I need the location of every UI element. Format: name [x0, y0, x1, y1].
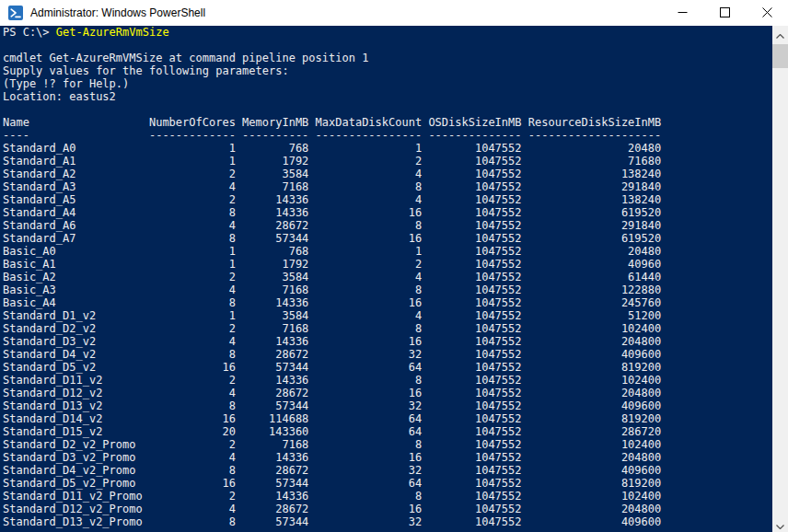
table-row-text: Standard_D14_v2 16 114688 64 1047552 819…	[3, 412, 661, 425]
table-row-text: Standard_D12_v2_Promo 4 28672 16 1047552…	[3, 503, 661, 515]
prompt-text: PS C:\>	[3, 26, 56, 39]
table-row: Standard_D3_v2 4 14336 16 1047552 204800	[3, 335, 772, 348]
message-text: cmdlet Get-AzureRmVMSize at command pipe…	[3, 52, 368, 64]
table-row: Standard_D3_v2_Promo 4 14336 16 1047552 …	[3, 451, 772, 464]
caption-buttons	[661, 0, 788, 26]
console-line	[3, 39, 772, 52]
table-row-text: Standard_A3 4 7168 8 1047552 291840	[3, 180, 661, 193]
table-row: Standard_D4_v2_Promo 8 28672 32 1047552 …	[3, 464, 772, 477]
table-row-text: Basic_A1 1 1792 2 1047552 40960	[3, 258, 661, 271]
title-bar[interactable]: Administrator: Windows PowerShell	[0, 0, 788, 26]
table-row: Standard_D2_v2 2 7168 8 1047552 102400	[3, 322, 772, 335]
table-row-text: Standard_A6 4 28672 8 1047552 291840	[3, 219, 661, 232]
table-row: Standard_D15_v2 20 143360 64 1047552 286…	[3, 425, 772, 438]
table-row: Standard_A0 1 768 1 1047552 20480	[3, 142, 772, 155]
table-row-text: Basic_A2 2 3584 4 1047552 61440	[3, 271, 661, 283]
table-row-text: Standard_D11_v2_Promo 2 14336 8 1047552 …	[3, 490, 661, 503]
table-row: Standard_D13_v2 8 57344 32 1047552 40960…	[3, 399, 772, 412]
table-row: Basic_A1 1 1792 2 1047552 40960	[3, 258, 772, 271]
table-row-text: Standard_D3_v2_Promo 4 14336 16 1047552 …	[3, 451, 661, 464]
table-row: Basic_A4 8 14336 16 1047552 245760	[3, 296, 772, 309]
table-row: Standard_A5 2 14336 4 1047552 138240	[3, 193, 772, 206]
powershell-icon	[8, 6, 23, 20]
table-header-text: Name NumberOfCores MemoryInMB MaxDataDis…	[3, 116, 661, 129]
maximize-icon	[720, 5, 730, 21]
table-row: Standard_A1 1 1792 2 1047552 71680	[3, 155, 772, 168]
table-row: Standard_D5_v2_Promo 16 57344 64 1047552…	[3, 477, 772, 490]
table-separator: ---- ------------- ---------- ----------…	[3, 129, 772, 142]
table-row-text: Standard_D13_v2_Promo 8 57344 32 1047552…	[3, 515, 661, 528]
table-row-text: Standard_D13_v2 8 57344 32 1047552 40960…	[3, 399, 661, 412]
console-lines: PS C:\> Get-AzureRmVmSize cmdlet Get-Azu…	[3, 26, 772, 528]
console-output[interactable]: PS C:\> Get-AzureRmVmSize cmdlet Get-Azu…	[0, 26, 772, 532]
table-row-text: Standard_D1_v2 1 3584 4 1047552 51200	[3, 309, 661, 322]
message-text: Location: eastus2	[3, 90, 116, 103]
chevron-down-icon	[776, 516, 784, 532]
table-row-text: Standard_D2_v2 2 7168 8 1047552 102400	[3, 322, 661, 335]
console-message: Supply values for the following paramete…	[3, 64, 772, 77]
table-row-text: Basic_A0 1 768 1 1047552 20480	[3, 245, 661, 258]
table-row: Standard_D2_v2_Promo 2 7168 8 1047552 10…	[3, 438, 772, 451]
table-row-text: Standard_A7 8 57344 16 1047552 619520	[3, 232, 661, 245]
maximize-button[interactable]	[703, 0, 746, 26]
table-row: Basic_A2 2 3584 4 1047552 61440	[3, 271, 772, 283]
table-row-text: Standard_D3_v2 4 14336 16 1047552 204800	[3, 335, 661, 348]
table-row-text: Standard_D15_v2 20 143360 64 1047552 286…	[3, 425, 661, 438]
table-header: Name NumberOfCores MemoryInMB MaxDataDis…	[3, 116, 772, 129]
table-row-text: Standard_D4_v2 8 28672 32 1047552 409600	[3, 348, 661, 361]
table-row: Standard_A2 2 3584 4 1047552 138240	[3, 168, 772, 180]
table-row: Standard_D11_v2_Promo 2 14336 8 1047552 …	[3, 490, 772, 503]
table-row-text: Basic_A3 4 7168 8 1047552 122880	[3, 283, 661, 296]
minimize-button[interactable]	[661, 0, 703, 26]
table-row: Basic_A3 4 7168 8 1047552 122880	[3, 283, 772, 296]
console-message: cmdlet Get-AzureRmVMSize at command pipe…	[3, 52, 772, 64]
chevron-up-icon	[776, 26, 784, 42]
scroll-up-button[interactable]	[772, 26, 788, 41]
table-row: Standard_A3 4 7168 8 1047552 291840	[3, 180, 772, 193]
command-text: Get-AzureRmVmSize	[56, 26, 169, 39]
console-message: (Type !? for Help.)	[3, 77, 772, 90]
close-button[interactable]	[746, 0, 788, 26]
table-row: Standard_D14_v2 16 114688 64 1047552 819…	[3, 412, 772, 425]
table-row-text: Standard_D12_v2 4 28672 16 1047552 20480…	[3, 387, 661, 399]
table-row: Basic_A0 1 768 1 1047552 20480	[3, 245, 772, 258]
table-separator-text: ---- ------------- ---------- ----------…	[3, 129, 661, 142]
close-icon	[762, 5, 772, 21]
table-row: Standard_D4_v2 8 28672 32 1047552 409600	[3, 348, 772, 361]
powershell-window: Administrator: Windows PowerShell	[0, 0, 788, 532]
table-row: Standard_D11_v2 2 14336 8 1047552 102400	[3, 374, 772, 387]
table-row: Standard_D12_v2_Promo 4 28672 16 1047552…	[3, 503, 772, 515]
table-row: Standard_D13_v2_Promo 8 57344 32 1047552…	[3, 515, 772, 528]
message-text: (Type !? for Help.)	[3, 77, 129, 90]
table-row: Standard_A6 4 28672 8 1047552 291840	[3, 219, 772, 232]
table-row-text: Standard_A4 8 14336 16 1047552 619520	[3, 206, 661, 219]
table-row: Standard_A7 8 57344 16 1047552 619520	[3, 232, 772, 245]
table-row-text: Standard_D5_v2 16 57344 64 1047552 81920…	[3, 361, 661, 374]
table-row-text: Basic_A4 8 14336 16 1047552 245760	[3, 296, 661, 309]
minimize-icon	[678, 5, 688, 21]
table-row-text: Standard_A1 1 1792 2 1047552 71680	[3, 155, 661, 168]
command-line: PS C:\> Get-AzureRmVmSize	[3, 26, 772, 39]
table-row-text: Standard_D5_v2_Promo 16 57344 64 1047552…	[3, 477, 661, 490]
console-line	[3, 103, 772, 116]
window-title: Administrator: Windows PowerShell	[30, 6, 205, 19]
table-row: Standard_D5_v2 16 57344 64 1047552 81920…	[3, 361, 772, 374]
scrollbar-thumb[interactable]	[772, 44, 788, 68]
table-row: Standard_A4 8 14336 16 1047552 619520	[3, 206, 772, 219]
table-row: Standard_D12_v2 4 28672 16 1047552 20480…	[3, 387, 772, 399]
table-row-text: Standard_D2_v2_Promo 2 7168 8 1047552 10…	[3, 438, 661, 451]
scroll-down-button[interactable]	[772, 516, 788, 532]
console-message: Location: eastus2	[3, 90, 772, 103]
table-row-text: Standard_D4_v2_Promo 8 28672 32 1047552 …	[3, 464, 661, 477]
table-row-text: Standard_D11_v2 2 14336 8 1047552 102400	[3, 374, 661, 387]
scrollbar[interactable]	[772, 26, 788, 532]
table-row: Standard_D1_v2 1 3584 4 1047552 51200	[3, 309, 772, 322]
table-row-text: Standard_A5 2 14336 4 1047552 138240	[3, 193, 661, 206]
table-row-text: Standard_A0 1 768 1 1047552 20480	[3, 142, 661, 155]
message-text: Supply values for the following paramete…	[3, 64, 289, 77]
table-row-text: Standard_A2 2 3584 4 1047552 138240	[3, 168, 661, 180]
